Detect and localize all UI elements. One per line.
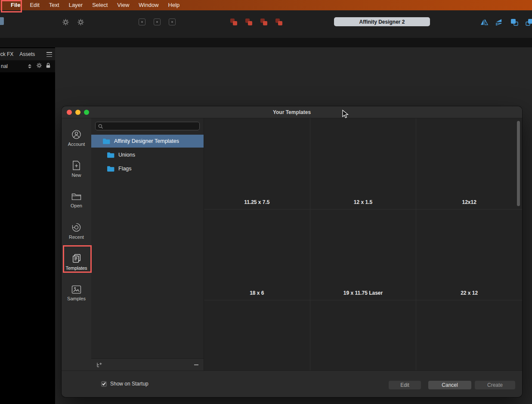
template-cell[interactable]: 18 x 6 [204,210,310,300]
template-cell[interactable]: 12 x 1.5 [310,118,416,209]
search-input[interactable] [105,122,202,130]
template-grid: 11.25 x 7.5 12 x 1.5 12x12 18 x 6 19 x 1… [204,118,522,370]
folder-affinity-designer-templates[interactable]: Affinity Designer Templates [91,135,204,148]
dialog-title: Your Templates [62,106,522,118]
your-templates-dialog: Your Templates Account New [62,106,522,397]
left-studio-panel: ick FX Assets nal [0,47,55,404]
arrange-back-icon[interactable] [526,18,532,26]
template-cell[interactable] [416,300,522,370]
recent-icon [71,222,81,232]
sidebar-item-label: Open [71,203,82,208]
new-document-icon [72,160,81,170]
template-cell[interactable] [204,300,310,370]
panel-menu-icon[interactable] [46,52,52,57]
sidebar-item-new[interactable]: New [62,154,91,185]
boolean-divide-icon[interactable] [275,18,283,26]
dialog-footer: Show on Startup Edit Cancel Create [62,370,522,397]
sidebar-item-label: Recent [69,234,84,240]
show-on-startup-option[interactable]: Show on Startup [101,381,148,387]
annotation-box-file [1,0,22,12]
category-dropdown[interactable]: nal [1,63,8,69]
template-label: 12x12 [416,199,522,205]
menu-text[interactable]: Text [44,0,64,10]
template-cell[interactable]: 22 x 12 [416,210,522,300]
panel-gear-icon[interactable] [36,62,42,70]
add-folder-icon[interactable] [96,362,102,370]
template-cell[interactable]: 12x12 [416,118,522,209]
tab-quick-fx[interactable]: ick FX [0,51,13,57]
check-icon [102,382,106,385]
arrange-front-icon[interactable] [510,18,518,26]
boolean-subtract-icon[interactable] [245,18,253,26]
stepper-control[interactable] [27,63,33,70]
assets-options-row: nal [0,60,55,72]
gear-settings-icon[interactable] [77,18,84,26]
template-cell[interactable]: 11.25 x 7.5 [204,118,310,209]
template-label: 19 x 11.75 Laser [310,290,416,296]
scrollbar-thumb[interactable] [517,121,520,206]
sidebar-item-label: Samples [67,296,86,301]
menu-help[interactable]: Help [164,0,185,10]
menu-view[interactable]: View [112,0,134,10]
mouse-cursor [342,110,349,120]
panel-tab-bar: ick FX Assets [0,48,55,60]
snap-grid-icon[interactable] [138,18,146,26]
main-toolbar: Affinity Designer 2 [0,10,532,38]
sidebar-item-samples[interactable]: Samples [62,278,91,308]
tab-assets[interactable]: Assets [19,51,35,57]
account-icon [71,130,81,139]
cancel-button[interactable]: Cancel [428,381,471,389]
template-cell[interactable]: 19 x 11.75 Laser [310,210,416,300]
snap-candidates-icon[interactable] [168,18,176,26]
search-icon [98,124,103,129]
flip-horizontal-icon[interactable] [480,18,488,26]
folder-flags[interactable]: Flags [91,162,204,175]
screen: File Edit Text Layer Select View Window … [0,0,532,404]
folder-label: Unions [118,152,135,158]
flip-vertical-icon[interactable] [495,18,503,26]
sidebar-item-account[interactable]: Account [62,123,91,154]
boolean-add-icon[interactable] [230,18,238,26]
sidebar-item-recent[interactable]: Recent [62,216,91,247]
dialog-titlebar[interactable]: Your Templates [62,106,522,118]
template-label: 12 x 1.5 [310,199,416,205]
edit-button[interactable]: Edit [389,381,421,389]
template-folders-panel: Affinity Designer Templates Unions Flags [91,118,204,370]
folder-unions[interactable]: Unions [91,148,204,161]
document-icon[interactable] [0,17,4,25]
search-field [95,122,200,130]
template-cell[interactable] [310,300,416,370]
template-label: 11.25 x 7.5 [204,199,310,205]
sidebar-item-open[interactable]: Open [62,185,91,216]
menu-select[interactable]: Select [87,0,112,10]
boolean-intersect-icon[interactable] [260,18,268,26]
menubar: File Edit Text Layer Select View Window … [0,0,532,10]
remove-folder-button[interactable] [194,364,198,365]
app-title-button[interactable]: Affinity Designer 2 [334,17,430,26]
sidebar-item-label: New [71,173,81,178]
show-on-startup-label: Show on Startup [110,381,148,387]
template-label: 18 x 6 [204,290,310,296]
samples-icon [71,285,81,294]
gear-icon[interactable] [62,18,69,26]
dialog-sidebar: Account New Open [62,118,91,370]
folder-icon [107,166,114,172]
show-on-startup-checkbox[interactable] [101,381,107,387]
lock-icon[interactable] [46,62,51,70]
folder-label: Flags [118,166,132,172]
menu-window[interactable]: Window [134,0,163,10]
folder-icon [107,152,114,158]
menu-edit[interactable]: Edit [25,0,44,10]
context-bar [0,38,532,47]
create-button[interactable]: Create [475,381,515,389]
folder-label: Affinity Designer Templates [114,138,179,144]
folder-icon [102,138,110,144]
menu-layer[interactable]: Layer [64,0,88,10]
snap-bounds-icon[interactable] [153,18,161,26]
folders-footer-bar [91,358,204,370]
template-label: 22 x 12 [416,290,522,296]
sidebar-item-label: Account [68,142,85,147]
annotation-box-templates [63,245,92,273]
open-folder-icon [71,192,81,201]
